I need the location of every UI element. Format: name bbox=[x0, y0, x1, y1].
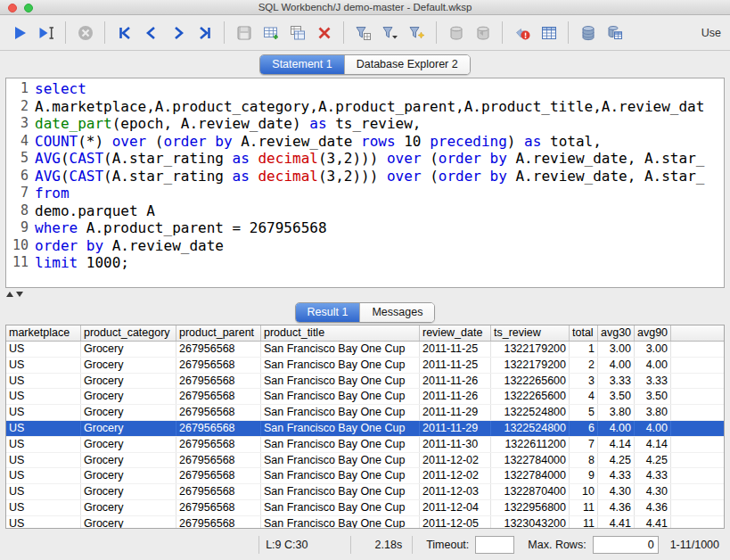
tab-messages[interactable]: Messages bbox=[360, 303, 434, 322]
tab-statement-1[interactable]: Statement 1 bbox=[260, 55, 344, 74]
line-code: limit 1000; bbox=[35, 254, 129, 272]
timeout-input[interactable] bbox=[475, 536, 514, 554]
toolbar-separator bbox=[343, 21, 344, 44]
insert-row-button[interactable] bbox=[258, 21, 283, 45]
column-header-review_date[interactable]: review_date bbox=[420, 325, 491, 341]
database-explorer-button[interactable] bbox=[603, 21, 627, 45]
table-row[interactable]: USGrocery267956568San Francisco Bay One … bbox=[6, 484, 724, 500]
first-row-button[interactable] bbox=[112, 21, 136, 45]
cell-avg30: 3.50 bbox=[598, 389, 635, 404]
line-code: order by A.review_date bbox=[35, 237, 224, 255]
splitter-collapse-up-icon[interactable] bbox=[6, 292, 13, 297]
column-header-total[interactable]: total bbox=[570, 325, 598, 341]
close-button[interactable] bbox=[8, 4, 17, 12]
toolbar-separator bbox=[224, 21, 225, 44]
copy-row-button[interactable] bbox=[285, 21, 309, 45]
cell-review_date: 2011-12-02 bbox=[420, 468, 491, 483]
cell-ts_review: 1322784000 bbox=[491, 468, 570, 483]
cell-ts_review: 1322179200 bbox=[491, 342, 570, 357]
connection-info-label: Use bbox=[701, 27, 723, 39]
cell-product_parent: 267956568 bbox=[176, 437, 261, 452]
editor-line: 10order by A.review_date bbox=[6, 237, 724, 255]
cell-avg30: 4.00 bbox=[598, 358, 635, 373]
cell-avg90: 4.30 bbox=[635, 484, 671, 499]
run-current-button[interactable] bbox=[34, 21, 58, 45]
table-row[interactable]: USGrocery267956568San Francisco Bay One … bbox=[6, 358, 724, 374]
table-row[interactable]: USGrocery267956568San Francisco Bay One … bbox=[6, 516, 724, 529]
column-header-marketplace[interactable]: marketplace bbox=[6, 325, 81, 341]
line-number: 2 bbox=[6, 98, 35, 116]
cell-marketplace: US bbox=[6, 484, 81, 499]
max-rows-input[interactable] bbox=[593, 536, 659, 554]
cell-marketplace: US bbox=[6, 374, 81, 389]
last-row-button[interactable] bbox=[193, 21, 217, 45]
line-number: 11 bbox=[6, 254, 35, 272]
cell-filler bbox=[671, 500, 724, 515]
cell-review_date: 2011-12-05 bbox=[420, 516, 491, 529]
reset-filter-button[interactable] bbox=[405, 21, 429, 45]
cell-review_date: 2011-12-03 bbox=[420, 484, 491, 499]
tab-database-explorer-2[interactable]: Database Explorer 2 bbox=[345, 55, 470, 74]
sql-editor[interactable]: 1select2A.marketplace,A.product_category… bbox=[5, 78, 725, 288]
table-row[interactable]: USGrocery267956568San Francisco Bay One … bbox=[6, 389, 724, 405]
line-number: 8 bbox=[6, 202, 35, 220]
database-explorer-icon bbox=[606, 24, 624, 42]
cell-filler bbox=[671, 453, 724, 468]
table-row[interactable]: USGrocery267956568San Francisco Bay One … bbox=[6, 342, 724, 358]
next-row-button[interactable] bbox=[166, 21, 190, 45]
editor-result-splitter[interactable] bbox=[0, 288, 730, 301]
cell-avg90: 4.41 bbox=[635, 516, 671, 529]
column-header-product_title[interactable]: product_title bbox=[261, 325, 420, 341]
cell-marketplace: US bbox=[6, 358, 81, 373]
filter-dropdown-button[interactable] bbox=[378, 21, 402, 45]
splitter-collapse-down-icon[interactable] bbox=[16, 292, 23, 297]
tab-result-1[interactable]: Result 1 bbox=[296, 303, 361, 322]
table-row[interactable]: USGrocery267956568San Francisco Bay One … bbox=[6, 374, 724, 390]
cell-product_title: San Francisco Bay One Cup bbox=[261, 484, 420, 499]
table-row[interactable]: USGrocery267956568San Francisco Bay One … bbox=[6, 421, 724, 437]
column-header-product_parent[interactable]: product_parent bbox=[176, 325, 261, 341]
result-grid-header: marketplaceproduct_categoryproduct_paren… bbox=[6, 325, 724, 342]
table-row[interactable]: USGrocery267956568San Francisco Bay One … bbox=[6, 437, 724, 453]
cell-avg90: 4.00 bbox=[635, 358, 671, 373]
delete-row-button[interactable] bbox=[312, 21, 336, 45]
cell-ts_review: 1322956800 bbox=[491, 500, 570, 515]
line-number: 10 bbox=[6, 237, 35, 255]
cell-avg30: 4.36 bbox=[598, 500, 635, 515]
status-bar: L:9 C:30 2.18s Timeout: Max. Rows: 1-11/… bbox=[0, 529, 730, 560]
cell-product_title: San Francisco Bay One Cup bbox=[261, 453, 420, 468]
rollback-icon bbox=[474, 24, 492, 42]
column-header-product_category[interactable]: product_category bbox=[81, 325, 176, 341]
database-button[interactable] bbox=[576, 21, 600, 45]
run-button[interactable] bbox=[7, 21, 31, 45]
editor-line: 3date_part(epoch, A.review_date) as ts_r… bbox=[6, 115, 724, 133]
column-header-ts_review[interactable]: ts_review bbox=[491, 325, 570, 341]
line-code: where A.product_parent = 267956568 bbox=[35, 219, 327, 237]
line-number: 6 bbox=[6, 168, 35, 185]
table-row[interactable]: USGrocery267956568San Francisco Bay One … bbox=[6, 500, 724, 516]
table-row[interactable]: USGrocery267956568San Francisco Bay One … bbox=[6, 453, 724, 469]
table-row[interactable]: USGrocery267956568San Francisco Bay One … bbox=[6, 468, 724, 484]
toolbar-separator bbox=[502, 21, 503, 44]
editor-line: 9where A.product_parent = 267956568 bbox=[6, 219, 724, 237]
column-header-avg30[interactable]: avg30 bbox=[598, 325, 635, 341]
cell-avg90: 4.36 bbox=[635, 500, 671, 515]
line-code: COUNT(*) over (order by A.review_date ro… bbox=[35, 133, 602, 151]
line-code: date_part(epoch, A.review_date) as ts_re… bbox=[35, 115, 422, 133]
column-header-avg90[interactable]: avg90 bbox=[635, 325, 671, 341]
filter-dropdown-icon bbox=[381, 24, 399, 42]
cell-ts_review: 1322265600 bbox=[491, 374, 570, 389]
editor-line: 8demo.parquet A bbox=[6, 202, 724, 220]
delete-row-icon bbox=[316, 24, 333, 42]
filter-button[interactable] bbox=[351, 21, 375, 45]
editor-line: 11limit 1000; bbox=[6, 254, 724, 272]
error-alert-button[interactable] bbox=[510, 21, 534, 45]
grid-view-button[interactable] bbox=[537, 21, 561, 45]
zoom-button[interactable] bbox=[24, 4, 33, 12]
cell-product_category: Grocery bbox=[81, 500, 176, 515]
previous-row-button[interactable] bbox=[139, 21, 163, 45]
cell-avg30: 4.30 bbox=[598, 484, 635, 499]
cell-filler bbox=[671, 468, 724, 483]
cell-total: 10 bbox=[570, 484, 598, 499]
table-row[interactable]: USGrocery267956568San Francisco Bay One … bbox=[6, 405, 724, 421]
